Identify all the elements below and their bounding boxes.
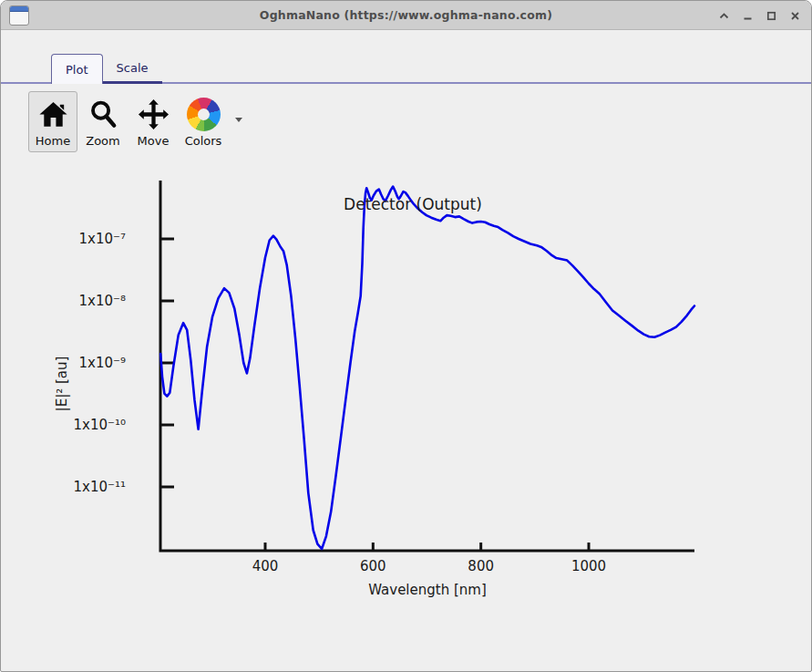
y-tick-label: 1x10⁻⁷ [79, 231, 126, 247]
colors-button-label: Colors [185, 134, 222, 148]
colors-dropdown-arrow[interactable] [235, 118, 242, 122]
x-tick-label: 1000 [571, 558, 606, 574]
axes-spines [160, 181, 694, 551]
x-tick-label: 800 [468, 558, 494, 574]
x-axis-label: Wavelength [nm] [368, 582, 487, 598]
x-tick-label: 600 [360, 558, 386, 574]
y-tick-label: 1x10⁻⁸ [79, 293, 126, 309]
colors-button[interactable]: Colors [179, 91, 228, 152]
home-icon [37, 98, 69, 130]
color-wheel-hole [198, 109, 210, 120]
move-arrows-icon [138, 98, 170, 130]
x-tick-label: 400 [252, 558, 279, 574]
color-wheel-icon [187, 98, 221, 131]
y-tick-label: 1x10⁻¹⁰ [74, 417, 126, 433]
spectrum-curve [160, 187, 694, 550]
home-button-label: Home [36, 134, 70, 148]
y-tick-label: 1x10⁻⁹ [79, 355, 126, 371]
y-tick-label: 1x10⁻¹¹ [74, 479, 126, 495]
move-button-label: Move [138, 134, 170, 148]
plot-toolbar: Home Zoom Move [28, 91, 811, 152]
home-button[interactable]: Home [28, 91, 77, 152]
chart-title: Detector (Output) [344, 195, 482, 213]
magnifier-icon [87, 98, 119, 130]
zoom-button-label: Zoom [86, 134, 119, 148]
y-axis-label: |E|² [au] [54, 357, 70, 412]
zoom-button[interactable]: Zoom [78, 91, 128, 152]
app-window: 1x10⁻⁷1x10⁻⁸1x10⁻⁹1x10⁻¹⁰1x10⁻¹¹40060080… [0, 0, 812, 672]
move-button[interactable]: Move [128, 91, 178, 152]
